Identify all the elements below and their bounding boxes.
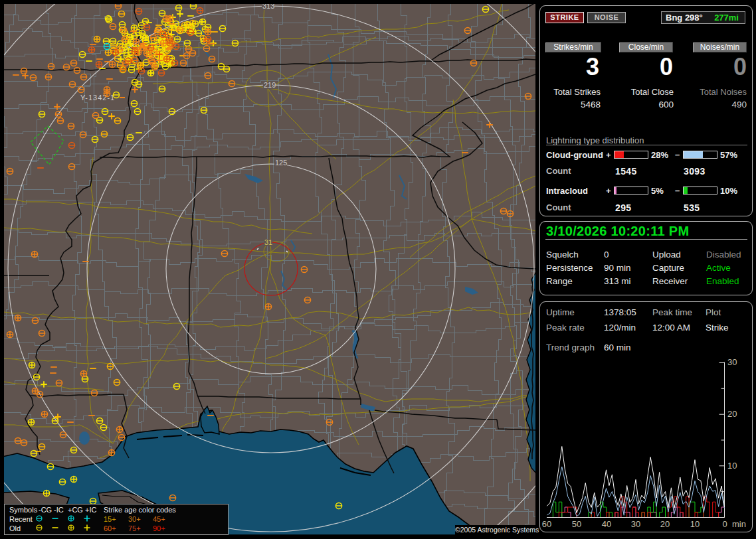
svg-text:219: 219	[264, 81, 276, 89]
svg-text:31: 31	[264, 238, 272, 246]
svg-text:125: 125	[275, 159, 287, 167]
svg-text:10: 10	[727, 461, 737, 471]
svg-text:30: 30	[631, 519, 640, 529]
svg-text:40: 40	[602, 519, 611, 529]
svg-text:30: 30	[727, 357, 737, 367]
svg-text:min: min	[732, 519, 746, 529]
svg-text:313: 313	[262, 4, 274, 10]
svg-text:50: 50	[572, 519, 581, 529]
svg-text:20: 20	[660, 519, 670, 529]
svg-text:10: 10	[690, 519, 700, 529]
svg-text:20: 20	[727, 409, 737, 419]
svg-text:60: 60	[542, 519, 551, 529]
svg-text:0: 0	[722, 519, 727, 529]
